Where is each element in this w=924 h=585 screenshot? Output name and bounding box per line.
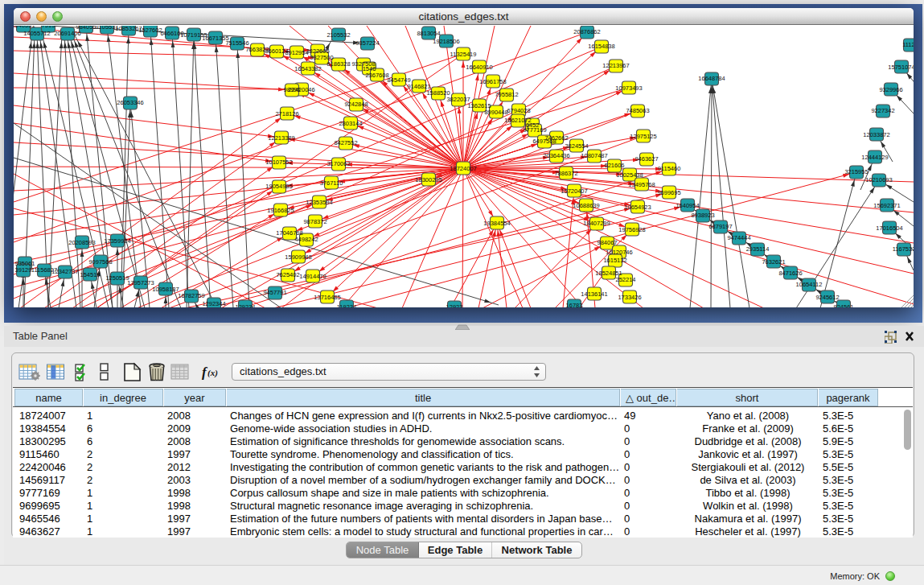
- svg-text:7515: 7515: [42, 26, 55, 29]
- svg-text:10807487: 10807487: [581, 152, 607, 159]
- svg-text:2367608: 2367608: [365, 72, 388, 79]
- svg-text:11123: 11123: [902, 41, 914, 48]
- svg-text:1250519: 1250519: [105, 274, 129, 282]
- svg-text:129234: 129234: [235, 303, 255, 307]
- svg-text:19166825: 19166825: [267, 207, 294, 214]
- svg-text:8813054: 8813054: [417, 30, 440, 37]
- svg-text:9357224: 9357224: [355, 39, 379, 47]
- svg-text:20876862: 20876862: [573, 28, 600, 35]
- svg-text:8912954: 8912954: [285, 49, 308, 56]
- svg-text:252214: 252214: [615, 276, 635, 283]
- svg-text:39129: 39129: [15, 266, 32, 274]
- svg-text:16782759: 16782759: [178, 292, 204, 299]
- svg-text:3215955: 3215955: [844, 168, 868, 175]
- svg-text:12444129: 12444129: [861, 154, 888, 161]
- svg-text:1292344: 1292344: [202, 300, 225, 307]
- svg-text:19384554: 19384554: [483, 220, 510, 227]
- svg-text:984055: 984055: [76, 26, 96, 31]
- svg-text:2105532: 2105532: [326, 31, 350, 39]
- svg-text:10210693: 10210693: [865, 176, 892, 183]
- svg-text:15720407: 15720407: [561, 187, 587, 195]
- svg-text:20208593: 20208593: [68, 239, 95, 246]
- svg-text:10025438: 10025438: [616, 171, 643, 179]
- svg-text:7955812: 7955812: [495, 91, 518, 98]
- svg-text:18407299: 18407299: [583, 220, 610, 227]
- svg-text:12353594: 12353594: [306, 199, 332, 206]
- svg-text:12923: 12923: [446, 303, 463, 307]
- svg-text:10973493: 10973493: [615, 84, 642, 92]
- svg-text:7625402: 7625402: [276, 271, 299, 278]
- svg-text:7485063: 7485063: [626, 107, 649, 114]
- svg-text:11325419: 11325419: [450, 51, 477, 58]
- svg-text:26053346: 26053346: [117, 99, 143, 106]
- svg-text:621606: 621606: [604, 162, 624, 169]
- svg-text:9457791: 9457791: [263, 289, 286, 296]
- svg-text:6794028: 6794028: [507, 107, 530, 114]
- svg-text:1167533: 1167533: [893, 245, 914, 253]
- svg-text:9242848: 9242848: [344, 101, 368, 108]
- svg-text:9227342: 9227342: [871, 107, 894, 114]
- svg-text:3767110: 3767110: [320, 179, 343, 187]
- svg-text:16154838: 16154838: [588, 43, 614, 50]
- svg-text:16961758: 16961758: [479, 78, 506, 85]
- svg-text:(x): (x): [207, 368, 218, 378]
- svg-text:9245612: 9245612: [815, 294, 839, 301]
- svg-text:14914479: 14914479: [299, 273, 326, 280]
- svg-text:13716485: 13716485: [314, 294, 340, 301]
- svg-text:9777169: 9777169: [523, 126, 546, 134]
- svg-text:15909948: 15909948: [285, 253, 311, 261]
- svg-text:10654923: 10654923: [624, 204, 651, 211]
- svg-text:9115460: 9115460: [658, 165, 681, 172]
- svg-text:6497568: 6497568: [532, 138, 556, 145]
- svg-text:12342737: 12342737: [51, 268, 78, 275]
- svg-text:9640551: 9640551: [14, 26, 35, 29]
- svg-text:8427552: 8427552: [334, 139, 357, 146]
- svg-text:15692371: 15692371: [873, 202, 900, 209]
- svg-text:1733426: 1733426: [618, 294, 641, 301]
- svg-text:15751074: 15751074: [888, 64, 914, 71]
- svg-text:119234: 119234: [337, 303, 356, 307]
- svg-text:12213389: 12213389: [268, 134, 294, 142]
- svg-text:8186328: 8186328: [326, 60, 350, 68]
- svg-text:10958137: 10958137: [152, 286, 179, 293]
- svg-text:7886372: 7886372: [554, 170, 577, 177]
- svg-text:6879197: 6879197: [708, 223, 732, 230]
- svg-text:9463627: 9463627: [634, 155, 658, 163]
- svg-text:16543382: 16543382: [294, 65, 321, 72]
- svg-text:984067: 984067: [597, 239, 617, 246]
- svg-text:17016504: 17016504: [876, 225, 902, 232]
- svg-text:18724007: 18724007: [450, 165, 476, 172]
- svg-text:3824554: 3824554: [565, 142, 588, 150]
- svg-text:9474444: 9474444: [727, 234, 750, 241]
- svg-text:14136141: 14136141: [581, 290, 607, 298]
- svg-text:20691406: 20691406: [54, 30, 80, 37]
- svg-text:3170062: 3170062: [326, 160, 350, 167]
- svg-text:19054985: 19054985: [265, 183, 292, 190]
- svg-text:1615132: 1615132: [603, 257, 626, 264]
- svg-text:19756928: 19756928: [618, 226, 645, 233]
- svg-text:4498242: 4498242: [294, 236, 318, 243]
- svg-text:14055712: 14055712: [23, 30, 50, 37]
- svg-text:1640954: 1640954: [676, 202, 699, 209]
- svg-text:16783: 16783: [566, 302, 583, 307]
- svg-text:12033872: 12033872: [863, 131, 889, 138]
- svg-text:10107552: 10107552: [265, 159, 292, 166]
- svg-text:1527602: 1527602: [138, 27, 162, 34]
- svg-text:17957273: 17957273: [127, 279, 154, 286]
- svg-text:16648784: 16648784: [698, 75, 725, 82]
- svg-text:924561: 924561: [833, 303, 853, 307]
- svg-text:98996: 98996: [284, 86, 301, 93]
- svg-text:7632621: 7632621: [762, 258, 785, 266]
- svg-text:9878372: 9878372: [303, 218, 326, 225]
- svg-text:2803144: 2803144: [339, 120, 362, 127]
- svg-text:17359924: 17359924: [104, 237, 130, 245]
- svg-text:10688639: 10688639: [573, 202, 599, 209]
- svg-text:19218506: 19218506: [433, 38, 459, 45]
- svg-text:2718126: 2718126: [275, 110, 298, 117]
- svg-text:18300295: 18300295: [415, 176, 441, 183]
- svg-text:8938923: 8938923: [691, 212, 714, 219]
- svg-text:154519: 154519: [80, 271, 100, 278]
- svg-text:2935114: 2935114: [746, 245, 770, 253]
- svg-text:20364436: 20364436: [543, 152, 569, 159]
- svg-text:9329966: 9329966: [879, 86, 902, 93]
